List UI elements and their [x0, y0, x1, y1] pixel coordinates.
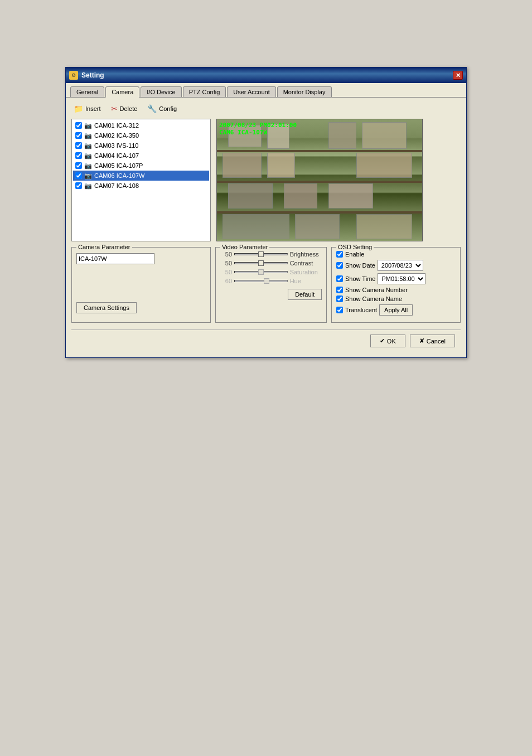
osd-show-date-label: Show Date [345, 262, 375, 269]
hue-label: Hue [290, 278, 322, 284]
shelf-item [356, 214, 412, 239]
params-area: Camera Parameter Camera Settings Video P… [71, 247, 461, 323]
config-label: Config [159, 105, 177, 112]
contrast-slider[interactable] [234, 262, 288, 264]
hue-slider [234, 280, 288, 282]
insert-icon: 📁 [74, 104, 83, 113]
osd-show-date-dropdown[interactable]: 2007/08/23 [378, 260, 423, 271]
list-item[interactable]: 📷 CAM02 ICA-350 [73, 130, 209, 140]
insert-label: Insert [85, 105, 101, 112]
osd-show-camera-number-label: Show Camera Number [345, 287, 408, 293]
cam7-checkbox[interactable] [75, 182, 82, 189]
tab-io-device[interactable]: I/O Device [141, 86, 181, 97]
window-icon: ⚙ [69, 71, 78, 80]
cam-settings-wrapper: Camera Settings [76, 302, 206, 313]
tabs-bar: General Camera I/O Device PTZ Config Use… [66, 83, 466, 98]
osd-show-camera-number-checkbox[interactable] [336, 287, 343, 293]
camera-parameter-label: Camera Parameter [76, 244, 132, 250]
ok-label: OK [387, 338, 396, 345]
shelf-item [223, 214, 289, 239]
content-area: 📁 Insert ✂ Delete 🔧 Config 📷 CAM01 [66, 98, 466, 357]
osd-show-camera-name-checkbox[interactable] [336, 295, 343, 302]
camera-parameter-group: Camera Parameter Camera Settings [71, 247, 211, 323]
osd-show-cam-number-row: Show Camera Number [336, 287, 456, 293]
saturation-slider [234, 271, 288, 273]
window-title: Setting [81, 71, 104, 79]
osd-setting-group: OSD Setting Enable Show Date 2007/08/23 … [331, 247, 461, 323]
list-item[interactable]: 📷 CAM03 IVS-110 [73, 140, 209, 151]
ok-button[interactable]: ✔ OK [370, 335, 405, 347]
delete-label: Delete [120, 105, 138, 112]
camera-list[interactable]: 📷 CAM01 ICA-312 📷 CAM02 ICA-350 📷 CAM03 … [71, 119, 211, 241]
cam7-label: CAM07 ICA-108 [94, 182, 139, 189]
preview-cam-name: CAM6 ICA-107W [219, 129, 297, 136]
default-btn-wrapper: Default [220, 287, 322, 300]
osd-show-camera-name-label: Show Camera Name [345, 295, 402, 302]
shelf-background [217, 119, 422, 241]
shelf-item [362, 122, 407, 149]
osd-translucent-checkbox[interactable] [336, 307, 343, 313]
video-parameter-group: Video Parameter 50 Brightness 50 Contras… [215, 247, 327, 323]
cam-param-input-wrapper [76, 253, 206, 298]
cam6-checkbox[interactable] [75, 172, 82, 179]
cam1-label: CAM01 ICA-312 [94, 122, 139, 129]
tab-camera[interactable]: Camera [105, 86, 139, 98]
brightness-thumb[interactable] [258, 251, 264, 257]
shelf-line [217, 211, 422, 214]
preview-overlay: 2007/08/23 PM02:01:00 CAM6 ICA-107W [219, 122, 297, 136]
camera-icon: 📷 [84, 162, 92, 169]
ok-checkmark-icon: ✔ [380, 337, 385, 345]
insert-button[interactable]: 📁 Insert [71, 103, 103, 114]
brightness-slider[interactable] [234, 253, 288, 255]
list-item[interactable]: 📷 CAM01 ICA-312 [73, 120, 209, 130]
bottom-bar: ✔ OK ✘ Cancel [71, 329, 461, 352]
apply-all-button[interactable]: Apply All [379, 304, 413, 316]
contrast-row: 50 Contrast [220, 260, 322, 266]
camera-icon: 📷 [84, 172, 92, 180]
tab-general[interactable]: General [70, 86, 104, 97]
osd-show-time-checkbox[interactable] [336, 275, 343, 282]
shelf-item [223, 153, 262, 178]
close-button[interactable]: ✕ [453, 71, 463, 80]
config-button[interactable]: 🔧 Config [145, 103, 179, 114]
list-item[interactable]: 📷 CAM04 ICA-107 [73, 151, 209, 161]
osd-translucent-label: Translucent [345, 307, 377, 313]
setting-window: ⚙ Setting ✕ General Camera I/O Device PT… [65, 67, 467, 358]
camera-name-input[interactable] [76, 253, 154, 264]
cam3-checkbox[interactable] [75, 142, 82, 149]
osd-translucent-row: Translucent Apply All [336, 304, 456, 316]
contrast-value: 50 [220, 260, 232, 266]
osd-enable-checkbox[interactable] [336, 251, 343, 258]
osd-show-date-row: Show Date 2007/08/23 [336, 260, 456, 271]
tab-user-account[interactable]: User Account [227, 86, 275, 97]
osd-enable-label: Enable [345, 251, 364, 258]
saturation-label: Saturation [290, 269, 322, 275]
list-item[interactable]: 📷 CAM06 ICA-107W [73, 171, 209, 181]
cam5-label: CAM05 ICA-107P [94, 162, 143, 169]
cam5-checkbox[interactable] [75, 162, 82, 169]
contrast-thumb[interactable] [258, 260, 264, 266]
tab-monitor-display[interactable]: Monitor Display [277, 86, 332, 97]
title-bar-left: ⚙ Setting [69, 71, 104, 80]
cam2-checkbox[interactable] [75, 132, 82, 139]
cam4-checkbox[interactable] [75, 152, 82, 159]
contrast-label: Contrast [290, 260, 322, 266]
shelf-item [284, 183, 317, 209]
cancel-label: Cancel [427, 338, 446, 345]
default-button[interactable]: Default [288, 289, 322, 300]
osd-show-date-checkbox[interactable] [336, 262, 343, 269]
camera-settings-button[interactable]: Camera Settings [76, 302, 137, 313]
shelf-item [267, 153, 295, 178]
list-item[interactable]: 📷 CAM07 ICA-108 [73, 181, 209, 191]
cam1-checkbox[interactable] [75, 122, 82, 129]
osd-show-time-dropdown[interactable]: PM01:58:00 [378, 273, 425, 284]
cancel-button[interactable]: ✘ Cancel [410, 335, 455, 347]
list-item[interactable]: 📷 CAM05 ICA-107P [73, 161, 209, 171]
camera-icon: 📷 [84, 122, 92, 129]
cancel-x-icon: ✘ [419, 337, 424, 345]
brightness-value: 50 [220, 251, 232, 258]
tab-ptz-config[interactable]: PTZ Config [183, 86, 226, 97]
delete-button[interactable]: ✂ Delete [109, 103, 140, 114]
camera-list-container: 📷 CAM01 ICA-312 📷 CAM02 ICA-350 📷 CAM03 … [71, 119, 211, 241]
shelf-item [328, 183, 373, 209]
